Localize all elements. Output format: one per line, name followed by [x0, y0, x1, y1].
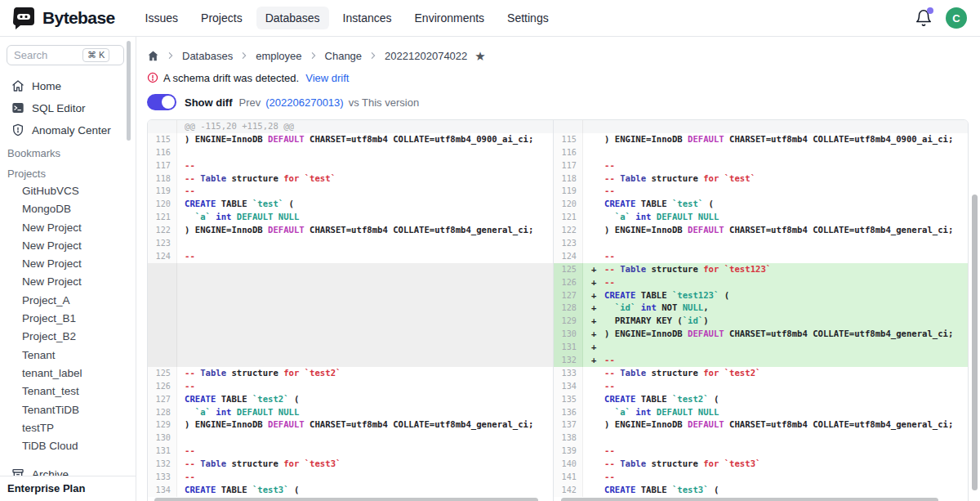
show-diff-toggle[interactable]: [147, 94, 176, 110]
diff-row: 121 `a` int DEFAULT NULL: [148, 211, 553, 224]
prev-version-link[interactable]: (202206270013): [265, 96, 343, 109]
horizontal-scrollbar-left[interactable]: [154, 498, 538, 501]
nav-item-projects[interactable]: Projects: [192, 7, 252, 29]
diff-row: 124--: [148, 250, 553, 263]
schema-drift-alert: A schema drift was detected. View drift: [147, 70, 980, 85]
diff-row: 129+ PRIMARY KEY (`id`): [554, 315, 968, 328]
sidebar-project-item[interactable]: Project_B1: [0, 310, 136, 328]
diff-row: [148, 341, 553, 354]
diff-row: 142CREATE TABLE `test3` (: [554, 484, 968, 497]
navbar-right: C: [915, 7, 967, 29]
diff-row: 119--: [554, 185, 968, 198]
nav-item-settings[interactable]: Settings: [498, 7, 558, 29]
diff-row: 123: [554, 237, 968, 250]
diff-row: 118-- Table structure for `test`: [554, 172, 968, 186]
bookmark-star-icon[interactable]: ★: [474, 50, 485, 62]
primary-nav: IssuesProjectsDatabasesInstancesEnvironm…: [136, 7, 558, 29]
nav-item-issues[interactable]: Issues: [136, 7, 187, 29]
view-drift-link[interactable]: View drift: [305, 72, 349, 84]
nav-item-databases[interactable]: Databases: [256, 7, 329, 29]
diff-row: 116: [148, 146, 553, 159]
diff-rows-left: @@ -115,20 +115,28 @@115) ENGINE=InnoDB …: [148, 120, 553, 497]
diff-row: [148, 315, 553, 328]
sidebar-project-item[interactable]: tenant_label: [0, 365, 136, 382]
breadcrumb-item-change[interactable]: Change: [325, 50, 363, 62]
diff-row: 124--: [554, 250, 968, 263]
diff-row: 137) ENGINE=InnoDB DEFAULT CHARSET=utf8m…: [554, 418, 968, 432]
sidebar-project-item[interactable]: Tenant_test: [0, 382, 136, 400]
diff-row: [148, 354, 553, 367]
diff-row: [148, 328, 553, 341]
diff-row: [148, 302, 553, 315]
sidebar-project-item[interactable]: GitHubVCS: [0, 182, 136, 200]
nav-item-environments[interactable]: Environments: [406, 7, 494, 29]
diff-row: 127+CREATE TABLE `test123` (: [554, 289, 968, 302]
sidebar-project-item[interactable]: MongoDB: [0, 200, 136, 218]
top-navbar: Bytebase IssuesProjectsDatabasesInstance…: [0, 0, 980, 37]
sidebar-project-item[interactable]: Tenant: [0, 347, 136, 365]
alert-text: A schema drift was detected.: [163, 72, 299, 84]
diff-row: [148, 263, 553, 276]
diff-row: 118-- Table structure for `test`: [148, 172, 553, 186]
home-icon: [11, 79, 24, 92]
breadcrumb-item-database[interactable]: employee: [256, 50, 301, 62]
alert-circle-icon: [147, 72, 158, 83]
toggle-knob: [162, 96, 175, 109]
diff-row: 128+ `id` int NOT NULL,: [554, 302, 968, 315]
terminal-icon: [11, 101, 24, 114]
diff-row: 125+-- Table structure for `test123`: [554, 263, 968, 276]
diff-row: 125-- Table structure for `test2`: [148, 367, 553, 380]
prev-label: Prev: [239, 96, 261, 109]
diff-row: 136 `a` int DEFAULT NULL: [554, 406, 968, 419]
sidebar-project-item[interactable]: New Project: [0, 255, 136, 273]
search-box[interactable]: ⌘ K: [7, 45, 124, 65]
breadcrumb-item-version[interactable]: 20221202074022: [385, 50, 467, 62]
sidebar-project-item[interactable]: Project_B2: [0, 328, 136, 346]
nav-item-instances[interactable]: Instances: [334, 7, 401, 29]
chevron-right-icon: [240, 51, 248, 60]
sidebar-scrollbar[interactable]: [127, 41, 131, 141]
horizontal-scrollbar-right[interactable]: [561, 498, 938, 501]
sidebar-item-sql-editor[interactable]: SQL Editor: [3, 97, 132, 119]
chevron-right-icon: [369, 51, 377, 60]
diff-row: 117--: [148, 159, 553, 172]
bytebase-logo[interactable]: Bytebase: [11, 6, 115, 30]
vs-label: vs This version: [349, 96, 419, 109]
sidebar-item-label: Home: [32, 80, 61, 92]
plan-badge[interactable]: Enterprise Plan: [0, 476, 136, 501]
main-content: Databases employee Change 20221202074022…: [136, 37, 980, 501]
diff-row: [148, 289, 553, 302]
diff-row: 126--: [148, 380, 553, 393]
bytebase-logo-icon: [11, 6, 36, 30]
sidebar-project-item[interactable]: New Project: [0, 237, 136, 255]
diff-row: 130+) ENGINE=InnoDB DEFAULT CHARSET=utf8…: [554, 328, 968, 341]
sidebar-project-item[interactable]: testTP: [0, 419, 136, 437]
sidebar-item-anomaly-center[interactable]: Anomaly Center: [3, 119, 132, 141]
diff-row: 130: [148, 432, 553, 445]
notification-bell-icon[interactable]: [915, 9, 933, 27]
avatar[interactable]: C: [946, 7, 967, 29]
diff-pane-right: 115) ENGINE=InnoDB DEFAULT CHARSET=utf8m…: [553, 120, 968, 501]
search-input[interactable]: [14, 49, 79, 61]
diff-row: 127CREATE TABLE `test2` (: [148, 393, 553, 406]
page-vertical-scrollbar[interactable]: [972, 195, 978, 490]
diff-row: 120CREATE TABLE `test` (: [148, 198, 553, 211]
sidebar-project-item[interactable]: TenantTiDB: [0, 401, 136, 419]
sidebar-project-item[interactable]: TiDB Cloud: [0, 437, 136, 455]
diff-row: 123: [148, 237, 553, 250]
breadcrumb-home-icon[interactable]: [147, 50, 159, 62]
diff-row: 132-- Table structure for `test3`: [148, 458, 553, 471]
sidebar-item-home[interactable]: Home: [3, 75, 132, 96]
diff-row: 126+--: [554, 276, 968, 289]
sidebar-project-item[interactable]: New Project: [0, 219, 136, 237]
projects-section-label: Projects: [0, 162, 136, 182]
sidebar-project-item[interactable]: Project_A: [0, 292, 136, 310]
sidebar-project-item[interactable]: New Project: [0, 273, 136, 291]
shield-icon: [11, 123, 24, 136]
breadcrumb-item-databases[interactable]: Databases: [182, 50, 233, 62]
diff-rows-right: 115) ENGINE=InnoDB DEFAULT CHARSET=utf8m…: [554, 120, 968, 497]
diff-toolbar: Show diff Prev (202206270013) vs This ve…: [147, 93, 980, 111]
brand-name: Bytebase: [42, 8, 115, 28]
diff-row: 115) ENGINE=InnoDB DEFAULT CHARSET=utf8m…: [148, 133, 553, 146]
breadcrumb: Databases employee Change 20221202074022…: [147, 47, 980, 65]
